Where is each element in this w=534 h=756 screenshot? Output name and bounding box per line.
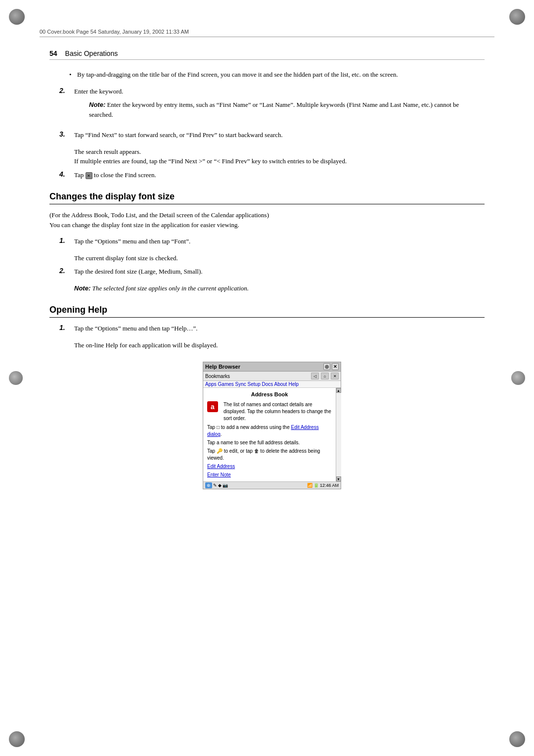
font-intro-2: You can change the display font size in … bbox=[49, 220, 485, 230]
find-step-3: 3. Tap “Find Next” to start forward sear… bbox=[59, 130, 485, 140]
page-number: 54 bbox=[49, 49, 57, 57]
titlebar-buttons: ◎ ✕ bbox=[323, 363, 339, 370]
help-browser-titlebar: Help Browser ◎ ✕ bbox=[203, 362, 341, 372]
step-3-result-line2: If multiple entries are found, tap the “… bbox=[74, 156, 485, 166]
help-step-1-text: Tap the “Options” menu and then tap “Hel… bbox=[74, 325, 198, 332]
font-step-1-number: 1. bbox=[59, 236, 69, 244]
help-browser-title: Help Browser bbox=[205, 364, 240, 370]
help-browser-menubar: Apps Games Sync Setup Docs About Help bbox=[203, 381, 341, 388]
step-2-number: 2. bbox=[59, 87, 69, 94]
content-first-para: The list of names and contact details ar… bbox=[223, 401, 332, 422]
toolbar-icon-back: ◁ bbox=[311, 373, 319, 379]
status-icons-left: ⊕ ✎ ◆ 📷 bbox=[205, 482, 228, 488]
help-step-1-number: 1. bbox=[59, 324, 69, 331]
content-title: Address Book bbox=[207, 391, 332, 398]
step-3-result-line1: The search result appears. bbox=[74, 147, 485, 157]
content-icon-area: a The list of names and contact details … bbox=[207, 401, 332, 422]
edit-address-link[interactable]: Edit Address bbox=[207, 463, 332, 470]
font-step-1: 1. Tap the “Options” menu and then tap “… bbox=[59, 236, 485, 246]
status-icon-2: ◆ bbox=[218, 483, 222, 488]
font-step-1-text: Tap the “Options” menu and then tap “Fon… bbox=[74, 237, 190, 245]
close-icon: ✕ bbox=[86, 172, 92, 179]
content-app-icon: a bbox=[207, 401, 218, 412]
font-note: Note: The selected font size applies onl… bbox=[74, 284, 485, 293]
content-text-2: Tap □ to add a new address using the Edi… bbox=[207, 424, 332, 438]
toolbar-icon-close: ✕ bbox=[331, 373, 339, 379]
help-browser-content-wrapper: Address Book a The list of names and con… bbox=[203, 388, 341, 481]
help-browser-content: Address Book a The list of names and con… bbox=[203, 388, 336, 481]
side-decoration-ml bbox=[9, 371, 23, 385]
help-browser-scrollbar[interactable]: ▲ ▼ bbox=[336, 388, 341, 481]
find-step-2: 2. Enter the keyword. Note: Enter the ke… bbox=[59, 87, 485, 124]
file-info-text: 00 Cover.book Page 54 Saturday, January … bbox=[40, 29, 189, 35]
step-3-result: The search result appears. If multiple e… bbox=[74, 147, 485, 166]
status-icon-battery: 🔋 bbox=[313, 483, 319, 488]
font-step-1-result: The current display font size is checked… bbox=[74, 253, 485, 263]
scroll-arrow-down[interactable]: ▼ bbox=[336, 476, 341, 481]
corner-decoration-tr bbox=[509, 9, 525, 25]
file-info-bar: 00 Cover.book Page 54 Saturday, January … bbox=[40, 29, 494, 37]
font-intro-1: (For the Address Book, Todo List, and th… bbox=[49, 210, 485, 220]
toolbar-icons: ◁ ⌂ ✕ bbox=[311, 373, 339, 379]
bookmarks-label: Bookmarks bbox=[205, 374, 230, 379]
font-section-intro: (For the Address Book, Todo List, and th… bbox=[49, 210, 485, 230]
font-step-1-content: Tap the “Options” menu and then tap “Fon… bbox=[74, 236, 485, 246]
font-step-2-text: Tap the desired font size (Large, Medium… bbox=[74, 268, 203, 275]
page-header: 54 Basic Operations bbox=[49, 49, 485, 60]
start-btn: ⊕ bbox=[205, 482, 212, 488]
font-section-heading: Changes the display font size bbox=[49, 191, 485, 204]
font-step-1-result-text: The current display font size is checked… bbox=[74, 254, 178, 262]
font-steps-section: 1. Tap the “Options” menu and then tap “… bbox=[59, 236, 485, 293]
note-text-1: Enter the keyword by entry items, such a… bbox=[89, 101, 459, 118]
help-browser-btn-1: ◎ bbox=[323, 363, 330, 370]
content-area: 54 Basic Operations By tap-and-dragging … bbox=[49, 49, 485, 726]
help-browser-main-content: Address Book a The list of names and con… bbox=[203, 388, 336, 481]
step-2-content: Enter the keyword. Note: Enter the keywo… bbox=[74, 87, 485, 124]
status-icons-right: 📶 🔋 12:46 AM bbox=[307, 483, 339, 488]
step-3-content: Tap “Find Next” to start forward search,… bbox=[74, 130, 485, 140]
step-4-content: Tap ✕ to close the Find screen. bbox=[74, 170, 485, 180]
page-container: 00 Cover.book Page 54 Saturday, January … bbox=[0, 0, 534, 756]
step-3-number: 3. bbox=[59, 130, 69, 138]
help-step-1: 1. Tap the “Options” menu and then tap “… bbox=[59, 324, 485, 333]
help-browser-btn-2: ✕ bbox=[332, 363, 339, 370]
side-decoration-mr bbox=[511, 371, 525, 385]
intro-bullet-list: By tap-and-dragging on the title bar of … bbox=[69, 70, 485, 80]
help-browser-screenshot: Help Browser ◎ ✕ Bookmarks ◁ ⌂ ✕ bbox=[203, 362, 341, 489]
find-step-4: 4. Tap ✕ to close the Find screen. bbox=[59, 170, 485, 180]
help-section-heading: Opening Help bbox=[49, 305, 485, 318]
find-steps-section: 2. Enter the keyword. Note: Enter the ke… bbox=[59, 87, 485, 180]
status-icon-3: 📷 bbox=[222, 483, 228, 488]
status-time: 12:46 AM bbox=[320, 483, 339, 488]
font-step-2-content: Tap the desired font size (Large, Medium… bbox=[74, 267, 485, 277]
content-text-4: Tap 🔑 to edit, or tap 🗑 to delete the ad… bbox=[207, 448, 332, 462]
help-browser-statusbar: ⊕ ✎ ◆ 📷 📶 🔋 12:46 AM bbox=[203, 481, 341, 489]
corner-decoration-br bbox=[509, 731, 525, 747]
corner-decoration-tl bbox=[9, 9, 25, 25]
note-label-1: Note: bbox=[89, 101, 105, 108]
help-steps-section: 1. Tap the “Options” menu and then tap “… bbox=[59, 324, 485, 489]
help-step-1-result: The on-line Help for each application wi… bbox=[74, 340, 485, 350]
font-note-label: Note: bbox=[74, 284, 90, 292]
menubar-text: Apps Games Sync Setup Docs About Help bbox=[205, 381, 299, 387]
toolbar-icon-home: ⌂ bbox=[321, 373, 329, 379]
note-enter-keyword: Note: Enter the keyword by entry items, … bbox=[89, 100, 485, 119]
page-section-title: Basic Operations bbox=[65, 49, 118, 57]
font-note-text: The selected font size applies only in t… bbox=[92, 284, 249, 292]
help-step-1-result-text: The on-line Help for each application wi… bbox=[74, 341, 218, 349]
step-4-number: 4. bbox=[59, 170, 69, 178]
bullet-item-1: By tap-and-dragging on the title bar of … bbox=[69, 70, 485, 80]
status-icon-1: ✎ bbox=[213, 483, 217, 488]
step-3-text: Tap “Find Next” to start forward search,… bbox=[74, 131, 283, 139]
font-step-2: 2. Tap the desired font size (Large, Med… bbox=[59, 267, 485, 277]
font-step-2-number: 2. bbox=[59, 267, 69, 275]
status-icon-signal: 📶 bbox=[307, 483, 312, 488]
scroll-arrow-up[interactable]: ▲ bbox=[336, 388, 341, 393]
step-2-text: Enter the keyword. bbox=[74, 88, 123, 95]
enter-note-link[interactable]: Enter Note bbox=[207, 472, 332, 478]
help-browser-toolbar: Bookmarks ◁ ⌂ ✕ bbox=[203, 372, 341, 381]
content-text-3: Tap a name to see the full address detai… bbox=[207, 439, 332, 446]
help-step-1-content: Tap the “Options” menu and then tap “Hel… bbox=[74, 324, 485, 333]
bullet-text-1: By tap-and-dragging on the title bar of … bbox=[77, 71, 398, 78]
corner-decoration-bl bbox=[9, 731, 25, 747]
